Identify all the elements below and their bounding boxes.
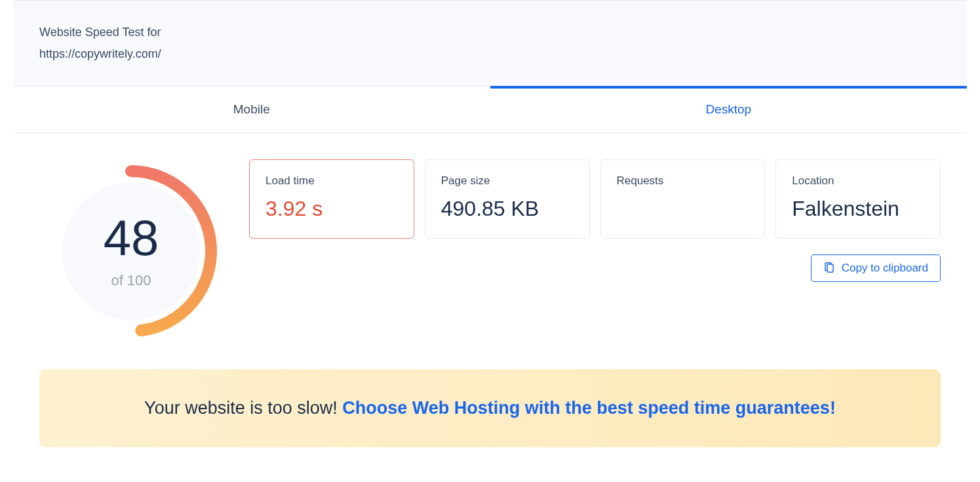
- tab-desktop[interactable]: Desktop: [490, 87, 968, 132]
- banner-text: Your website is too slow!: [144, 398, 342, 418]
- score-value: 48: [104, 213, 159, 263]
- metric-label: Load time: [265, 174, 398, 188]
- header-title: Website Speed Test for: [39, 26, 941, 39]
- tab-label: Mobile: [233, 102, 270, 116]
- speed-test-panel: Website Speed Test for https://copywrite…: [0, 0, 980, 447]
- metric-location: Location Falkenstein: [775, 159, 941, 239]
- score-gauge: 48 of 100: [39, 159, 223, 343]
- metrics: Load time 3.92 s Page size 490.85 KB Req…: [249, 159, 941, 343]
- metrics-row: Load time 3.92 s Page size 490.85 KB Req…: [249, 159, 941, 239]
- metric-load-time: Load time 3.92 s: [249, 159, 414, 239]
- tab-label: Desktop: [705, 102, 751, 116]
- svg-rect-0: [827, 264, 833, 272]
- clipboard-icon: [823, 262, 835, 274]
- metric-label: Page size: [441, 174, 574, 188]
- device-tabs: Mobile Desktop: [13, 87, 967, 133]
- metric-value: 3.92 s: [265, 197, 398, 221]
- metric-label: Requests: [617, 174, 749, 188]
- header: Website Speed Test for https://copywrite…: [13, 0, 967, 87]
- content: 48 of 100 Load time 3.92 s Page size 490…: [0, 133, 980, 350]
- banner-link[interactable]: Choose Web Hosting with the best speed t…: [342, 398, 836, 418]
- metric-value: Falkenstein: [792, 197, 924, 221]
- tested-url: https://copywritely.com/: [39, 47, 941, 61]
- score-of: of 100: [111, 272, 151, 289]
- metric-value: 490.85 KB: [441, 197, 574, 221]
- metric-page-size: Page size 490.85 KB: [425, 159, 590, 239]
- copy-label: Copy to clipboard: [842, 262, 928, 275]
- tab-mobile[interactable]: Mobile: [13, 87, 490, 132]
- copy-row: Copy to clipboard: [249, 254, 941, 282]
- metric-requests: Requests: [600, 159, 766, 239]
- promo-banner: Your website is too slow! Choose Web Hos…: [39, 369, 941, 447]
- copy-to-clipboard-button[interactable]: Copy to clipboard: [811, 254, 941, 282]
- metric-label: Location: [792, 174, 924, 188]
- score-inner: 48 of 100: [62, 182, 200, 320]
